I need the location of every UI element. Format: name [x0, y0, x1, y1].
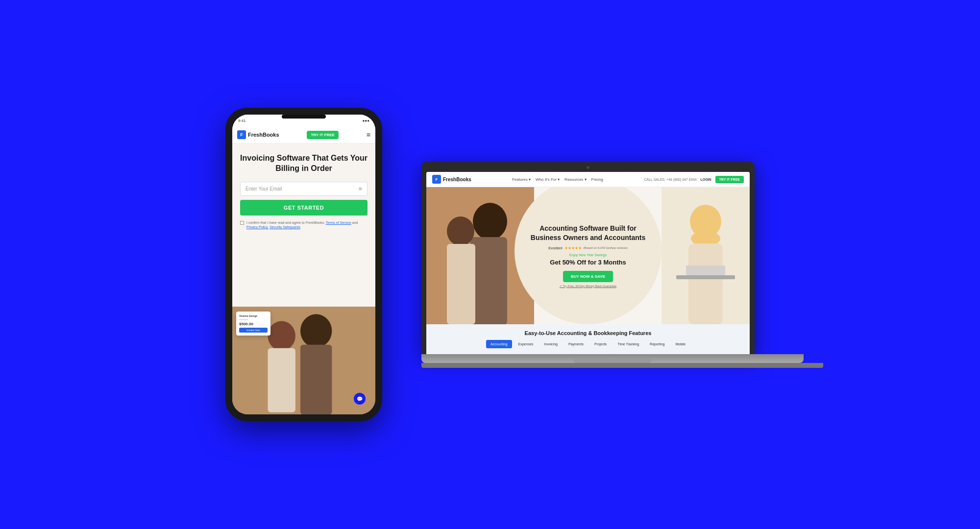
- laptop-nav-pricing[interactable]: Pricing: [591, 177, 603, 182]
- laptop-features-section: Easy-to-Use Accounting & Bookkeeping Fea…: [426, 324, 750, 354]
- laptop-stars: ★★★★★: [564, 246, 582, 250]
- laptop-nav-who-its-for[interactable]: Who It's For ▾: [536, 177, 560, 182]
- phone-chat-icon: 💬: [357, 396, 363, 402]
- phone-logo: F FreshBooks: [237, 130, 279, 139]
- svg-rect-19: [662, 187, 750, 324]
- laptop-guarantee-text: ✓ Try Free, 30-Day Money Back Guarantee: [529, 284, 647, 288]
- phone-chat-button[interactable]: 💬: [354, 393, 366, 405]
- phone-hero-image: Victoria George XXXXXXX $500.00 Invoice …: [232, 307, 375, 414]
- laptop-nav-features[interactable]: Features ▾: [512, 177, 531, 182]
- phone-security-safeguards-link[interactable]: Security Safeguards: [270, 225, 300, 229]
- laptop-hero-title: Accounting Software Built for Business O…: [529, 224, 647, 241]
- laptop-tab-mobile[interactable]: Mobile: [671, 340, 690, 348]
- laptop-logo: F FreshBooks: [432, 175, 471, 184]
- laptop-screen-container: F FreshBooks Features ▾ Who It's For ▾ R…: [421, 161, 755, 354]
- laptop-tab-reporting[interactable]: Reporting: [645, 340, 669, 348]
- phone-screen: 9:41 ●●● F FreshBooks TRY IT FREE ≡ Invo…: [232, 115, 375, 414]
- laptop-logo-text: FreshBooks: [443, 177, 471, 182]
- laptop-feature-tabs: Accounting Expenses Invoicing Payments P…: [434, 340, 742, 348]
- laptop-hero-center: Accounting Software Built for Business O…: [519, 214, 657, 297]
- phone-notch: [282, 115, 326, 119]
- phone-email-input[interactable]: Enter Your Email ⊠: [240, 182, 368, 196]
- phone-content: Invoicing Software That Gets Your Billin…: [232, 144, 375, 235]
- phone-time: 9:41: [238, 119, 246, 123]
- laptop-camera: [587, 166, 589, 169]
- laptop-try-it-free-button[interactable]: TRY IT FREE: [715, 176, 744, 183]
- phone-terms-of-service-link[interactable]: Terms of Service: [326, 221, 351, 224]
- laptop-tab-projects[interactable]: Projects: [590, 340, 611, 348]
- laptop-nav-resources[interactable]: Resources ▾: [564, 177, 586, 182]
- laptop-screen: F FreshBooks Features ▾ Who It's For ▾ R…: [426, 172, 750, 354]
- phone-email-placeholder: Enter Your Email: [245, 186, 282, 192]
- laptop-tab-time-tracking[interactable]: Time Tracking: [613, 340, 643, 348]
- laptop-discount-text: Get 50% Off for 3 Months: [529, 259, 647, 266]
- phone-invoice-id: XXXXXXX: [239, 318, 268, 321]
- laptop-device: F FreshBooks Features ▾ Who It's For ▾ R…: [421, 161, 755, 368]
- phone-privacy-policy-link[interactable]: Privacy Policy.: [246, 225, 269, 229]
- laptop-freshbooks-logo-icon: F: [432, 175, 441, 184]
- laptop-call-sales: CALL SALES: +44 (800) 047 8344: [644, 178, 696, 181]
- phone-signal: ●●●: [363, 119, 370, 123]
- laptop-rating-detail: (Based on 6,243 GetApp reviews): [584, 246, 628, 249]
- phone-headline: Invoicing Software That Gets Your Billin…: [240, 153, 368, 174]
- phone-logo-text: FreshBooks: [248, 132, 279, 138]
- laptop-tab-accounting[interactable]: Accounting: [486, 340, 512, 348]
- phone-terms: I confirm that I have read and agree to …: [240, 220, 368, 230]
- laptop-buy-now-button[interactable]: BUY NOW & SAVE: [563, 271, 613, 282]
- scene: 9:41 ●●● F FreshBooks TRY IT FREE ≡ Invo…: [0, 0, 980, 529]
- laptop-nav-right: CALL SALES: +44 (800) 047 8344 LOGIN TRY…: [644, 176, 744, 183]
- laptop-features-title: Easy-to-Use Accounting & Bookkeeping Fea…: [434, 330, 742, 336]
- laptop-tab-payments[interactable]: Payments: [564, 340, 588, 348]
- phone-terms-text: I confirm that I have read and agree to …: [246, 221, 325, 224]
- freshbooks-logo-icon: F: [237, 130, 246, 139]
- laptop-base: [421, 354, 804, 363]
- laptop-hero-right-image: [662, 187, 750, 324]
- phone-nav: F FreshBooks TRY IT FREE ≡: [232, 126, 375, 144]
- phone-device: 9:41 ●●● F FreshBooks TRY IT FREE ≡ Invo…: [225, 108, 382, 421]
- phone-invoice-status-button[interactable]: Invoice Sent: [239, 328, 268, 333]
- phone-try-it-free-button[interactable]: TRY IT FREE: [307, 131, 338, 139]
- laptop-base-bottom: [421, 363, 823, 368]
- laptop-promo-label: Enjoy New Year Savings: [529, 253, 647, 257]
- laptop-tab-invoicing[interactable]: Invoicing: [539, 340, 562, 348]
- laptop-nav: F FreshBooks Features ▾ Who It's For ▾ R…: [426, 172, 750, 187]
- phone-frame: 9:41 ●●● F FreshBooks TRY IT FREE ≡ Invo…: [225, 108, 382, 421]
- phone-terms-checkbox[interactable]: [240, 221, 244, 225]
- laptop-rating: Excellent ★★★★★ (Based on 6,243 GetApp r…: [529, 246, 647, 250]
- laptop-rating-label: Excellent: [548, 246, 562, 250]
- phone-invoice-amount: $500.00: [239, 322, 268, 326]
- laptop-nav-links: Features ▾ Who It's For ▾ Resources ▾ Pr…: [512, 177, 603, 182]
- phone-input-icon: ⊠: [359, 187, 362, 191]
- laptop-login-button[interactable]: LOGIN: [700, 178, 711, 181]
- phone-hamburger-menu-icon[interactable]: ≡: [367, 131, 370, 139]
- laptop-tab-expenses[interactable]: Expenses: [514, 340, 538, 348]
- laptop-hero: Accounting Software Built for Business O…: [426, 187, 750, 324]
- phone-invoice-card: Victoria George XXXXXXX $500.00 Invoice …: [236, 312, 270, 336]
- phone-get-started-button[interactable]: GET STARTED: [240, 200, 368, 216]
- phone-invoice-name: Victoria George: [239, 314, 268, 317]
